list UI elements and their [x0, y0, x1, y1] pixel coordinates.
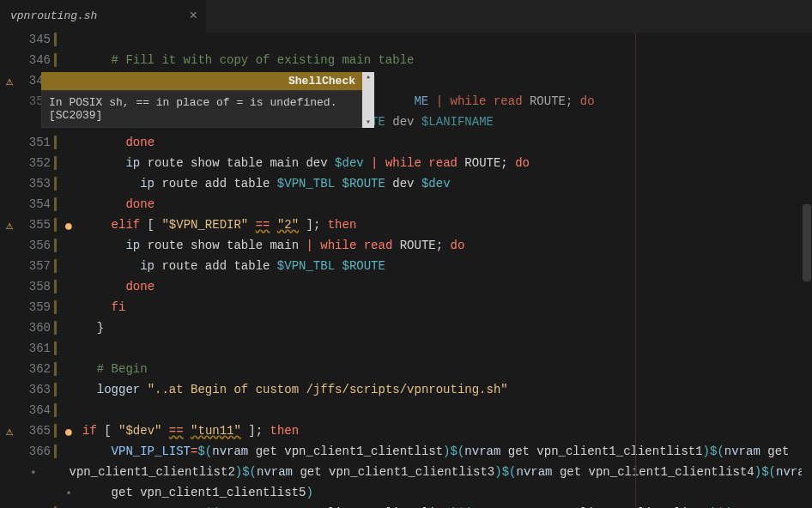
code-line[interactable]: 359 fi: [0, 300, 812, 321]
code-line[interactable]: • get vpn_client1_clientlist5): [0, 486, 812, 506]
line-number: 355: [19, 218, 57, 232]
code-line[interactable]: 361: [0, 342, 812, 362]
code-content[interactable]: ip route add table $VPN_TBL $ROUTE: [81, 259, 812, 273]
code-line[interactable]: 362 # Begin: [0, 362, 812, 383]
code-content[interactable]: ip route add table $VPN_TBL $ROUTE dev $…: [81, 177, 812, 190]
code-line[interactable]: 358 done: [0, 280, 812, 300]
tooltip-scrollbar[interactable]: ▴ ▾: [362, 72, 374, 128]
code-content[interactable]: logger "..at Begin of custom /jffs/scrip…: [81, 383, 812, 396]
bookmark-icon[interactable]: ●: [57, 424, 81, 441]
line-number: 363: [19, 383, 57, 396]
bookmark-icon[interactable]: •: [28, 465, 39, 482]
code-content[interactable]: ip route show table main dev $dev | whil…: [81, 156, 812, 170]
code-content[interactable]: VPN_IP_LIST=$(nvram get vpn_client1_clie…: [81, 444, 812, 458]
lint-tooltip: ShellCheck In POSIX sh, == in place of =…: [41, 72, 362, 128]
code-content[interactable]: elif [ "$VPN_REDIR" == "2" ]; then: [81, 218, 812, 232]
line-number: 358: [19, 280, 57, 293]
code-line[interactable]: 352 ip route show table main dev $dev | …: [0, 156, 812, 177]
code-line[interactable]: 360 }: [0, 321, 812, 342]
line-number: 366: [19, 444, 57, 458]
tab-active[interactable]: vpnrouting.sh ×: [0, 0, 206, 33]
code-line[interactable]: 354 done: [0, 197, 812, 218]
code-content[interactable]: vpn_client1_clientlist2)$(nvram get vpn_…: [39, 465, 812, 479]
code-line[interactable]: ⚠355● elif [ "$VPN_REDIR" == "2" ]; then: [0, 218, 812, 239]
line-number: 359: [19, 300, 57, 314]
line-number: 354: [19, 197, 57, 211]
line-number: 362: [19, 362, 57, 376]
code-line[interactable]: 364: [0, 403, 812, 424]
tab-filename: vpnrouting.sh: [10, 9, 97, 22]
editor-scrollbar[interactable]: [802, 33, 812, 508]
tooltip-message: In POSIX sh, == in place of = is undefin…: [41, 90, 362, 128]
code-content[interactable]: done: [81, 136, 812, 149]
tab-bar-empty: [206, 0, 812, 33]
gutter-warning-icon: ⚠: [0, 424, 19, 438]
line-number: 356: [19, 239, 57, 252]
line-number: 345: [19, 33, 57, 46]
code-line[interactable]: 345: [0, 33, 812, 53]
code-content[interactable]: # Begin: [81, 362, 812, 376]
gutter-warning-icon: ⚠: [0, 218, 19, 233]
code-line[interactable]: 357 ip route add table $VPN_TBL $ROUTE: [0, 259, 812, 280]
line-number: 346: [19, 53, 57, 67]
code-line[interactable]: • vpn_client1_clientlist2)$(nvram get vp…: [0, 465, 812, 486]
line-number: 364: [19, 403, 57, 417]
line-number: 353: [19, 177, 57, 190]
scroll-thumb[interactable]: [803, 204, 811, 281]
line-number: 357: [19, 259, 57, 273]
code-line[interactable]: 363 logger "..at Begin of custom /jffs/s…: [0, 383, 812, 403]
code-content[interactable]: ip route show table main | while read RO…: [81, 239, 812, 252]
editor[interactable]: 345346 # Fill it with copy of existing m…: [0, 33, 812, 508]
code-content[interactable]: done: [81, 280, 812, 293]
scroll-down-icon[interactable]: ▾: [366, 118, 371, 128]
code-content[interactable]: get vpn_client1_clientlist5): [81, 486, 812, 499]
line-number: 351: [19, 136, 57, 149]
bookmark-icon[interactable]: •: [57, 486, 81, 503]
code-line[interactable]: 346 # Fill it with copy of existing main…: [0, 53, 812, 74]
code-content[interactable]: }: [81, 321, 812, 335]
code-content[interactable]: if [ "$dev" == "tun11" ]; then: [81, 424, 812, 438]
close-icon[interactable]: ×: [189, 9, 197, 24]
code-line[interactable]: 353 ip route add table $VPN_TBL $ROUTE d…: [0, 177, 812, 197]
scroll-up-icon[interactable]: ▴: [366, 72, 371, 82]
bookmark-icon[interactable]: ●: [57, 218, 81, 235]
code-content[interactable]: fi: [81, 300, 812, 314]
tab-bar: vpnrouting.sh ×: [0, 0, 812, 33]
code-line[interactable]: 356 ip route show table main | while rea…: [0, 239, 812, 259]
code-line[interactable]: 351 done: [0, 136, 812, 156]
line-number: 352: [19, 156, 57, 170]
tooltip-source: ShellCheck: [41, 72, 362, 90]
line-number: 360: [19, 321, 57, 335]
code-line[interactable]: 366 VPN_IP_LIST=$(nvram get vpn_client1_…: [0, 444, 812, 465]
gutter-warning-icon: ⚠: [0, 74, 19, 88]
code-content[interactable]: # Fill it with copy of existing main tab…: [81, 53, 812, 67]
line-number: 361: [19, 342, 57, 355]
code-content[interactable]: done: [81, 197, 812, 211]
code-line[interactable]: ⚠365●if [ "$dev" == "tun11" ]; then: [0, 424, 812, 444]
line-number: 365: [19, 424, 57, 438]
